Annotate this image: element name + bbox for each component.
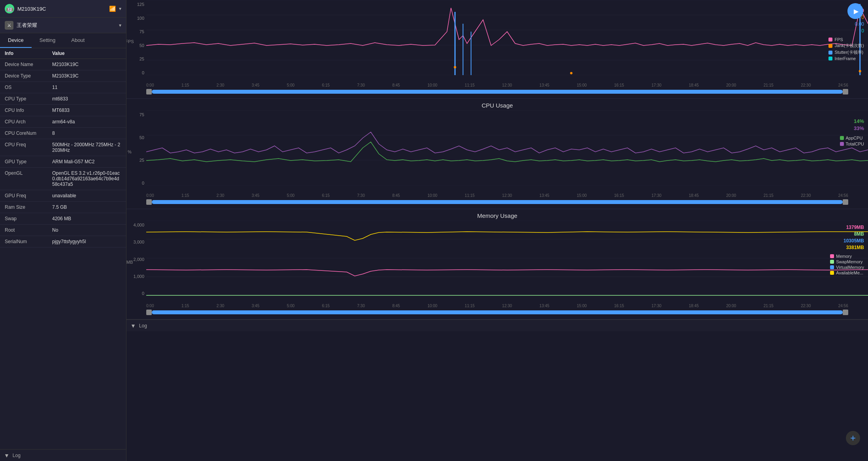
log-chevron-icon: ▼ xyxy=(4,452,9,459)
row-key: Device Name xyxy=(5,62,52,67)
cpu-chart-title: CPU Usage xyxy=(126,99,868,110)
row-key: GPU Type xyxy=(5,159,52,164)
col-header-value: Value xyxy=(52,51,121,56)
row-value: No xyxy=(52,227,121,233)
table-row: Ram Size 7.5 GB xyxy=(0,202,126,213)
row-key: Ram Size xyxy=(5,204,52,210)
cpu-scrollbar-left-handle[interactable] xyxy=(146,199,152,205)
row-key: CPU Freq xyxy=(5,142,52,147)
tab-setting[interactable]: Setting xyxy=(32,33,63,48)
row-key: CPU Type xyxy=(5,96,52,102)
row-key: OpenGL xyxy=(5,170,52,176)
right-panel: FPS 125 100 75 50 25 0 xyxy=(126,0,868,461)
fps-scrollbar-thumb[interactable] xyxy=(152,90,843,94)
row-value: MT6833 xyxy=(52,108,121,113)
row-value: mt6833 xyxy=(52,96,121,102)
add-button[interactable]: + xyxy=(846,431,860,445)
bottom-log-bar[interactable]: ▼ Log xyxy=(126,319,868,331)
log-label: Log xyxy=(13,453,21,458)
cpu-values: 14% 33% AppCPU TotalCPU xyxy=(840,118,864,146)
table-row: GPU Type ARM Mali-G57 MC2 xyxy=(0,156,126,168)
row-value: 4206 MB xyxy=(52,216,121,221)
row-value: 11 xyxy=(52,85,121,90)
table-row: Device Name M2103K19C xyxy=(0,59,126,70)
table-row: Swap 4206 MB xyxy=(0,213,126,225)
app-selector[interactable]: ⚔ 王者荣耀 ▾ xyxy=(0,18,126,33)
svg-point-10 xyxy=(454,66,456,68)
jank-legend-dot xyxy=(828,44,832,48)
info-table: Device Name M2103K19C Device Type M2103K… xyxy=(0,59,126,449)
fps-canvas xyxy=(146,0,868,83)
left-panel: 🤖 M2103K19C 📶 ▾ ⚔ 王者荣耀 ▾ Device Setting … xyxy=(0,0,126,461)
memory-y-axis: MB 4,000 3,000 2,000 1,000 0 xyxy=(126,221,146,304)
app-chevron-icon: ▾ xyxy=(119,23,121,28)
info-table-header: Info Value xyxy=(0,48,126,59)
memory-chart-area: MB 4,000 3,000 2,000 1,000 0 xyxy=(126,221,868,304)
cpu-chart-section: CPU Usage % 75 50 25 0 xyxy=(126,99,868,209)
fps-chart-section: FPS 125 100 75 50 25 0 xyxy=(126,0,868,99)
cpu-scrollbar-track[interactable] xyxy=(152,200,843,204)
cpu-scrollbar[interactable] xyxy=(126,198,868,207)
memory-y-label: MB xyxy=(126,260,133,265)
tab-bar: Device Setting About xyxy=(0,33,126,48)
fps-scrollbar[interactable] xyxy=(126,88,868,97)
row-key: SerialNum xyxy=(5,239,52,244)
charts-container: FPS 125 100 75 50 25 0 xyxy=(126,0,868,461)
interframe-legend-dot xyxy=(828,57,832,60)
svg-point-12 xyxy=(859,70,861,72)
cpu-y-axis: % 75 50 25 0 xyxy=(126,110,146,193)
stutter-legend-dot xyxy=(828,51,832,55)
row-key: GPU Freq xyxy=(5,193,52,198)
cpu-legend: AppCPU TotalCPU xyxy=(840,136,864,146)
svg-point-11 xyxy=(570,72,572,74)
memory-scrollbar-thumb[interactable] xyxy=(152,310,843,314)
log-bar[interactable]: ▼ Log xyxy=(0,449,126,461)
fps-legend: FPS Jank(卡顿次数) Stutter(卡顿率) InterFr xyxy=(828,37,864,61)
device-name: M2103K19C xyxy=(17,6,106,12)
android-icon: 🤖 xyxy=(5,4,14,13)
cpu-canvas xyxy=(146,110,868,193)
table-row: Root No xyxy=(0,225,126,236)
fps-x-axis: 0:001:152:303:455:006:157:308:4510:0011:… xyxy=(126,83,868,87)
memory-scrollbar-left-handle[interactable] xyxy=(146,310,152,315)
memory-x-axis: 0:001:152:303:455:006:157:308:4510:0011:… xyxy=(126,304,868,308)
row-value: 8 xyxy=(52,130,121,136)
memory-scrollbar[interactable] xyxy=(126,309,868,317)
cpu-scrollbar-thumb[interactable] xyxy=(152,200,843,204)
fps-chart-area: FPS 125 100 75 50 25 0 xyxy=(126,0,868,83)
row-key: Swap xyxy=(5,216,52,221)
row-key: Device Type xyxy=(5,73,52,79)
table-row: CPU CoreNum 8 xyxy=(0,128,126,139)
table-row: CPU Freq 500MHz - 2000MHz 725MHz - 2203M… xyxy=(0,139,126,156)
tab-device[interactable]: Device xyxy=(0,33,32,48)
cpu-y-axis-label: % xyxy=(128,149,132,154)
row-value: M2103K19C xyxy=(52,73,121,79)
table-row: OS 11 xyxy=(0,82,126,93)
memory-chart-title: Memory Usage xyxy=(126,209,868,221)
cpu-chart-area: % 75 50 25 0 xyxy=(126,110,868,193)
memory-legend: Memory SwapMemory VirtualMemory Ava xyxy=(830,254,864,275)
table-row: CPU Info MT6833 xyxy=(0,105,126,116)
device-selector[interactable]: 🤖 M2103K19C 📶 ▾ xyxy=(0,0,126,18)
cpu-scrollbar-right-handle[interactable] xyxy=(843,199,848,205)
fps-scrollbar-right-handle[interactable] xyxy=(843,89,848,94)
fps-y-label: FPS xyxy=(126,39,134,44)
fps-scrollbar-left-handle[interactable] xyxy=(146,89,152,94)
tab-about[interactable]: About xyxy=(63,33,92,48)
memory-chart-section: Memory Usage MB 4,000 3,000 2,000 1,000 … xyxy=(126,209,868,319)
fps-scrollbar-track[interactable] xyxy=(152,90,843,94)
app-name: 王者荣耀 xyxy=(17,22,116,29)
row-value: pjgy7ttsfygyyh5l xyxy=(52,239,121,244)
fps-legend-dot xyxy=(828,38,832,42)
app-icon: ⚔ xyxy=(5,21,13,30)
table-row: Device Type M2103K19C xyxy=(0,70,126,82)
row-key: OS xyxy=(5,85,52,90)
row-value: 500MHz - 2000MHz 725MHz - 2203MHz xyxy=(52,142,121,153)
play-button[interactable] xyxy=(847,3,863,19)
row-value: arm64-v8a xyxy=(52,119,121,125)
memory-scrollbar-track[interactable] xyxy=(152,310,843,314)
memory-scrollbar-right-handle[interactable] xyxy=(843,310,848,315)
row-key: CPU CoreNum xyxy=(5,130,52,136)
memory-values: 1379MB 8MB 10305MB 3381MB Memory SwapMem… xyxy=(830,225,864,275)
col-header-info: Info xyxy=(5,51,52,56)
